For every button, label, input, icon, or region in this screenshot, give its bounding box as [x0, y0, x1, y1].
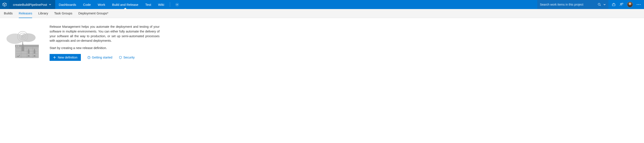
svg-point-6	[638, 4, 639, 5]
svg-line-2	[600, 5, 601, 6]
new-definition-label: New definition	[58, 56, 78, 59]
more-button[interactable]	[637, 4, 640, 5]
marketplace-button[interactable]	[612, 3, 616, 6]
gear-icon	[175, 3, 179, 6]
help-icon	[87, 56, 90, 59]
subnav-task-groups[interactable]: Task Groups	[54, 9, 72, 18]
header-right-icons	[608, 2, 644, 7]
main-nav: Dashboards Code Work Build and Release T…	[55, 0, 537, 9]
svg-point-17	[16, 46, 18, 47]
search-area	[537, 0, 608, 9]
plus-icon	[53, 56, 56, 59]
intro-text-block: Release Management helps you automate th…	[50, 24, 160, 61]
nav-build-release[interactable]: Build and Release	[109, 0, 142, 9]
feedback-button[interactable]	[620, 2, 623, 6]
security-link[interactable]: Security	[119, 56, 134, 59]
shield-icon	[119, 56, 122, 59]
svg-point-4	[620, 3, 621, 4]
project-selector[interactable]: createBuildPipelinePost	[9, 0, 55, 9]
release-illustration	[4, 24, 41, 61]
subnav-library[interactable]: Library	[38, 9, 48, 18]
svg-point-0	[176, 4, 178, 5]
svg-rect-3	[612, 4, 615, 6]
nav-dashboards[interactable]: Dashboards	[55, 0, 80, 9]
project-name-label: createBuildPipelinePost	[13, 3, 47, 6]
settings-button[interactable]	[172, 3, 182, 6]
svg-point-33	[89, 58, 89, 58]
vsts-logo[interactable]	[0, 0, 9, 9]
user-avatar[interactable]	[627, 2, 633, 7]
search-icon	[598, 3, 601, 6]
subnav-builds[interactable]: Builds	[4, 9, 13, 18]
getting-started-link[interactable]: Getting started	[87, 56, 112, 59]
sub-nav: Builds Releases Library Task Groups Depl…	[0, 9, 644, 18]
svg-point-1	[598, 3, 600, 5]
nav-wiki[interactable]: Wiki	[154, 0, 168, 9]
start-line-text: Start by creating a new release definiti…	[50, 46, 160, 50]
content-area: Release Management helps you automate th…	[0, 18, 164, 67]
ellipsis-icon	[637, 4, 640, 5]
search-filter-dropdown[interactable]	[603, 3, 606, 6]
nav-code[interactable]: Code	[80, 0, 94, 9]
nav-test[interactable]: Test	[142, 0, 155, 9]
chevron-down-icon	[603, 3, 606, 6]
svg-point-9	[20, 33, 36, 42]
person-chat-icon	[620, 2, 623, 6]
top-bar: createBuildPipelinePost Dashboards Code …	[0, 0, 644, 9]
action-row: New definition Getting started Security	[50, 54, 160, 61]
nav-work[interactable]: Work	[94, 0, 109, 9]
subnav-deployment-groups[interactable]: Deployment Groups*	[78, 9, 108, 18]
new-definition-button[interactable]: New definition	[50, 54, 81, 61]
svg-point-5	[637, 4, 637, 5]
svg-point-18	[18, 46, 19, 47]
briefcase-icon	[612, 3, 616, 6]
getting-started-label: Getting started	[92, 56, 112, 59]
svg-point-7	[640, 4, 640, 5]
search-input[interactable]	[540, 3, 595, 6]
security-label: Security	[123, 56, 134, 59]
chevron-down-icon	[49, 3, 51, 6]
search-button[interactable]	[598, 3, 601, 6]
description-text: Release Management helps you automate th…	[50, 24, 160, 43]
svg-point-13	[22, 36, 23, 37]
subnav-releases[interactable]: Releases	[19, 9, 32, 18]
